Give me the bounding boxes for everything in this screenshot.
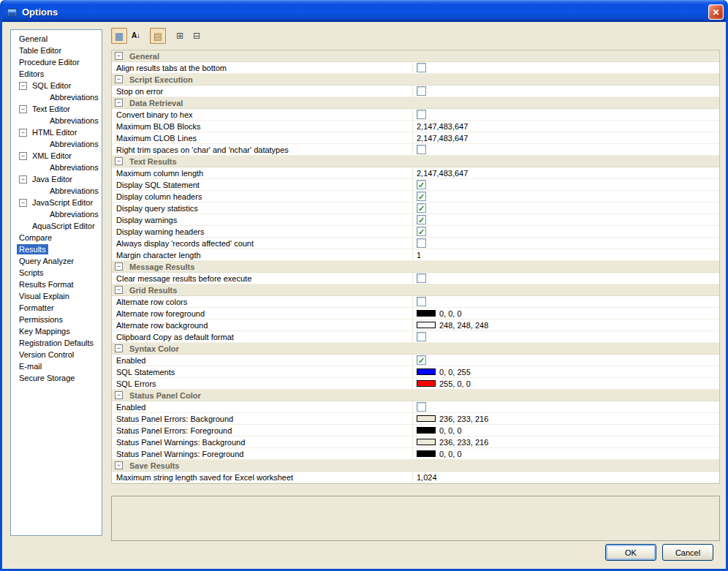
collapse-icon[interactable]: − [19,82,27,90]
categorized-view-button[interactable]: ▦ [111,28,127,44]
property-value[interactable]: ✓ [413,179,719,190]
collapse-icon[interactable]: − [115,391,123,399]
property-value[interactable] [413,109,719,120]
checkbox[interactable] [417,332,426,341]
property-value[interactable] [413,238,719,249]
sidebar-item-editors[interactable]: Editors [11,68,102,80]
collapse-icon[interactable]: − [115,75,123,83]
collapse-icon[interactable]: − [115,262,123,271]
checkbox[interactable] [417,145,426,154]
sidebar-item-query-analyzer[interactable]: Query Analyzer [11,255,102,267]
checkbox[interactable] [417,273,426,283]
sidebar-item-aquascript-editor[interactable]: AquaScript Editor [11,220,102,232]
sidebar-item-compare[interactable]: Compare [11,232,102,243]
color-swatch[interactable] [417,439,436,445]
property-value[interactable]: 248, 248, 248 [413,319,719,330]
collapse-icon[interactable]: − [115,157,123,165]
sidebar-item-text-editor[interactable]: −Text Editor [11,103,102,115]
sidebar-item-abbreviations[interactable]: Abbreviations [11,115,102,126]
show-description-button[interactable]: ▤ [150,28,166,44]
property-label[interactable]: Enabled [112,401,413,412]
checkbox[interactable] [417,238,426,248]
property-value[interactable] [413,273,719,284]
property-value[interactable]: 1,024 [413,472,719,483]
ok-button[interactable]: OK [605,544,656,561]
checkbox[interactable]: ✓ [417,355,426,365]
color-swatch[interactable] [417,322,436,328]
collapse-icon[interactable]: − [115,52,123,60]
property-value[interactable] [413,62,719,73]
sidebar-item-general[interactable]: General [11,33,102,45]
sidebar-item-permissions[interactable]: Permissions [11,314,102,325]
sidebar-item-abbreviations[interactable]: Abbreviations [11,162,102,173]
checkbox[interactable]: ✓ [417,180,426,189]
collapse-icon[interactable]: − [19,105,27,113]
sidebar-item-abbreviations[interactable]: Abbreviations [11,185,102,197]
sidebar-item-table-editor[interactable]: Table Editor [11,45,102,56]
sidebar-item-e-mail[interactable]: E-mail [11,360,102,372]
collapse-icon[interactable]: − [19,199,27,207]
color-swatch[interactable] [417,310,436,317]
property-value[interactable]: ✓ [413,214,719,225]
section-header-script-execution[interactable]: −Script Execution [112,74,719,86]
property-value[interactable]: 255, 0, 0 [413,378,719,389]
sidebar-item-xml-editor[interactable]: −XML Editor [11,150,102,162]
checkbox[interactable]: ✓ [417,227,426,236]
property-value[interactable]: ✓ [413,355,719,366]
sidebar-item-registration-defaults[interactable]: Registration Defaults [11,337,102,349]
checkbox[interactable] [417,297,426,306]
color-swatch[interactable] [417,380,436,387]
property-label[interactable]: Display warning headers [112,226,413,237]
property-label[interactable]: Status Panel Warnings: Background [112,436,413,447]
checkbox[interactable] [417,110,426,119]
sidebar-item-scripts[interactable]: Scripts [11,267,102,279]
property-label[interactable]: Enabled [112,355,413,366]
property-label[interactable]: Maximum column length [112,167,413,178]
property-value[interactable]: 2,147,483,647 [413,167,719,178]
sidebar-item-results[interactable]: Results [11,243,102,255]
color-swatch[interactable] [417,427,436,434]
property-label[interactable]: Alternate row colors [112,296,413,307]
property-label[interactable]: Always display 'records affected' count [112,238,413,249]
sidebar-item-secure-storage[interactable]: Secure Storage [11,372,102,384]
sidebar-item-abbreviations[interactable]: Abbreviations [11,208,102,220]
collapse-icon[interactable]: − [115,344,123,352]
sidebar-item-results-format[interactable]: Results Format [11,279,102,290]
section-header-grid-results[interactable]: −Grid Results [112,284,719,296]
titlebar[interactable]: Options ✕ [2,0,726,22]
sidebar-item-key-mappings[interactable]: Key Mappings [11,325,102,337]
property-label[interactable]: Maximum string length saved for Excel wo… [112,472,413,483]
property-label[interactable]: Clear message results before execute [112,273,413,284]
property-label[interactable]: SQL Errors [112,378,413,389]
sidebar-item-html-editor[interactable]: −HTML Editor [11,126,102,138]
property-label[interactable]: Convert binary to hex [112,109,413,120]
property-value[interactable] [413,144,719,155]
sidebar-item-version-control[interactable]: Version Control [11,349,102,360]
property-label[interactable]: Maximum CLOB Lines [112,132,413,143]
checkbox[interactable] [417,63,426,72]
sort-alphabetical-button[interactable]: A↓ [128,28,144,44]
property-label[interactable]: Margin character length [112,249,413,260]
close-button[interactable]: ✕ [708,4,724,20]
property-label[interactable]: Display query statistics [112,203,413,213]
property-value[interactable]: ✓ [413,203,719,213]
color-swatch[interactable] [417,415,436,422]
sidebar-item-sql-editor[interactable]: −SQL Editor [11,80,102,91]
property-value[interactable]: 2,147,483,647 [413,121,719,132]
property-label[interactable]: Display SQL Statement [112,179,413,190]
property-value[interactable] [413,331,719,342]
property-value[interactable]: 2,147,483,647 [413,132,719,143]
property-value[interactable] [413,296,719,307]
property-label[interactable]: Alternate row foreground [112,308,413,319]
sidebar-item-abbreviations[interactable]: Abbreviations [11,138,102,150]
property-value[interactable]: 0, 0, 0 [413,425,719,436]
property-label[interactable]: Align results tabs at the bottom [112,62,413,73]
section-header-status-panel-color[interactable]: −Status Panel Color [112,390,719,401]
expand-all-button[interactable]: ⊞ [172,28,188,44]
property-value[interactable]: 0, 0, 255 [413,366,719,377]
property-value[interactable] [413,401,719,412]
property-value[interactable]: 0, 0, 0 [413,308,719,319]
property-value[interactable]: 1 [413,249,719,260]
property-value[interactable]: 236, 233, 216 [413,436,719,447]
collapse-all-button[interactable]: ⊟ [189,28,205,44]
